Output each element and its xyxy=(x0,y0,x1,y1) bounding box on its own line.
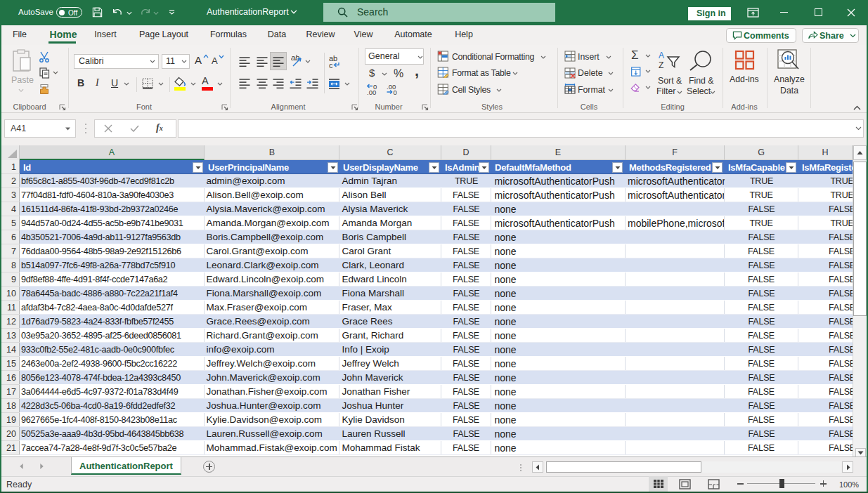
svg-text:c: c xyxy=(329,61,333,69)
svg-text:.00: .00 xyxy=(367,88,376,95)
svg-text:0: 0 xyxy=(394,88,397,95)
svg-text:Z: Z xyxy=(659,60,663,69)
svg-text:A: A xyxy=(659,51,664,60)
